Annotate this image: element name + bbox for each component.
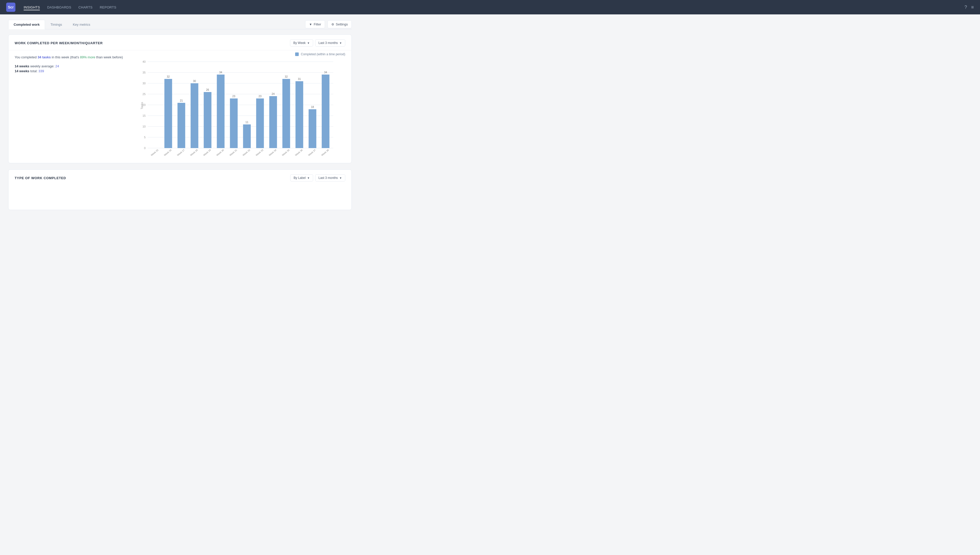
weeks-count-2: 14 weeks (14, 69, 29, 73)
card2-header: TYPE OF WORK COMPLETED By Label ▼ Last 3… (8, 170, 351, 185)
completion-stat-text: You completed 34 tasks in this week (tha… (14, 55, 123, 60)
svg-text:26: 26 (206, 88, 209, 91)
svg-text:34: 34 (219, 71, 222, 74)
navbar-right: ? ≡ (964, 5, 974, 10)
card2-body (8, 185, 351, 210)
last-3-months-dropdown[interactable]: Last 3 months ▼ (315, 39, 345, 47)
tasks-count: 34 tasks (37, 55, 51, 59)
bar-week35 (282, 79, 290, 148)
nav-charts[interactable]: CHARTS (79, 4, 93, 10)
bar-week33 (256, 98, 264, 148)
svg-text:Week 37: Week 37 (308, 149, 316, 156)
nav-insights[interactable]: INSIGHTS (24, 4, 40, 10)
svg-text:31: 31 (298, 78, 301, 80)
nav-reports[interactable]: REPORTS (100, 4, 116, 10)
last-3-months-label-2: Last 3 months (319, 176, 338, 180)
by-label-dropdown[interactable]: By Label ▼ (290, 174, 313, 181)
total-label: total: (30, 69, 38, 73)
total-value: 339 (38, 69, 44, 73)
bar-week36 (296, 81, 303, 148)
chart-stats: You completed 34 tasks in this week (tha… (14, 53, 123, 74)
last-3-months-label: Last 3 months (319, 41, 338, 45)
weekly-avg-row: 14 weeks weekly average: 24 (14, 64, 123, 68)
svg-text:15: 15 (143, 114, 146, 117)
settings-button[interactable]: ⚙ Settings (327, 20, 352, 28)
filter-button[interactable]: ▼ Filter (305, 20, 325, 28)
card1-body: You completed 34 tasks in this week (tha… (8, 50, 351, 163)
bar-week30 (217, 75, 225, 148)
work-completed-card: WORK COMPLETED PER WEEK/MONTH/QUARTER By… (8, 34, 352, 163)
svg-text:24: 24 (272, 93, 275, 95)
card2-controls: By Label ▼ Last 3 months ▼ (290, 174, 345, 181)
by-week-dropdown[interactable]: By Week ▼ (290, 39, 313, 47)
svg-text:18: 18 (311, 106, 314, 109)
card2-title: TYPE OF WORK COMPLETED (14, 176, 66, 180)
percent-more: 89% more (80, 55, 95, 59)
svg-text:23: 23 (233, 95, 236, 98)
svg-text:10: 10 (143, 125, 146, 128)
svg-text:Week 38: Week 38 (321, 149, 330, 156)
menu-icon[interactable]: ≡ (971, 5, 974, 10)
weeks-count-1: 14 weeks (14, 64, 29, 68)
total-row: 14 weeks total: 339 (14, 69, 123, 73)
settings-icon: ⚙ (331, 22, 334, 26)
help-icon[interactable]: ? (964, 5, 967, 10)
svg-text:Week 36: Week 36 (295, 149, 303, 156)
bar-week26 (165, 79, 172, 148)
by-week-label: By Week (294, 41, 306, 45)
bar-week27 (178, 103, 185, 148)
bar-chart-area: Completed (within a time period) 40 35 3… (131, 53, 345, 157)
svg-text:34: 34 (324, 71, 327, 74)
svg-text:30: 30 (143, 82, 146, 85)
svg-text:Week 26: Week 26 (164, 149, 172, 156)
svg-text:21: 21 (180, 99, 183, 102)
svg-text:23: 23 (258, 95, 262, 98)
svg-text:35: 35 (143, 71, 146, 74)
legend-color-dot (295, 53, 299, 56)
chevron-down-icon-2: ▼ (339, 42, 342, 45)
tab-key-metrics[interactable]: Key metrics (67, 20, 96, 29)
bar-week29 (204, 92, 212, 148)
svg-text:Week 27: Week 27 (176, 149, 185, 156)
bar-week28 (191, 83, 199, 148)
nav-dashboards[interactable]: DASHBOARDS (47, 4, 71, 10)
svg-text:Week 30: Week 30 (216, 149, 225, 156)
tab-actions: ▼ Filter ⚙ Settings (305, 20, 352, 28)
bar-week37 (309, 109, 316, 148)
card1-controls: By Week ▼ Last 3 months ▼ (290, 39, 345, 47)
tab-completed-work[interactable]: Completed work (8, 20, 45, 29)
tab-timings[interactable]: Timings (45, 20, 67, 29)
svg-text:Tasks: Tasks (141, 102, 144, 109)
svg-text:11: 11 (245, 121, 249, 124)
weekly-avg-label: weekly average: (30, 64, 56, 68)
weekly-avg-value: 24 (55, 64, 59, 68)
bar-chart-svg: 40 35 30 25 20 15 10 (131, 58, 345, 156)
filter-label: Filter (314, 22, 321, 26)
filter-icon: ▼ (309, 22, 312, 26)
chart-legend: Completed (within a time period) (131, 53, 345, 56)
chevron-down-icon: ▼ (307, 42, 310, 45)
legend-label: Completed (within a time period) (301, 53, 345, 56)
bar-week38 (322, 75, 330, 148)
card1-title: WORK COMPLETED PER WEEK/MONTH/QUARTER (14, 41, 103, 45)
chevron-down-icon-3: ▼ (307, 176, 310, 180)
svg-text:Week 32: Week 32 (242, 149, 251, 156)
svg-text:32: 32 (167, 75, 170, 78)
svg-text:25: 25 (143, 93, 146, 96)
bar-week32 (243, 124, 251, 148)
card1-content: You completed 34 tasks in this week (tha… (14, 53, 345, 157)
by-label-label: By Label (294, 176, 306, 180)
navbar: Scr INSIGHTS DASHBOARDS CHARTS REPORTS ?… (0, 0, 980, 14)
app-logo: Scr (6, 3, 15, 12)
bar-week34 (269, 96, 277, 148)
svg-text:Week 25: Week 25 (151, 149, 159, 156)
svg-text:5: 5 (144, 136, 146, 139)
svg-text:Week 33: Week 33 (255, 149, 264, 156)
svg-text:40: 40 (143, 60, 146, 63)
svg-text:Week 34: Week 34 (268, 149, 277, 156)
chevron-down-icon-4: ▼ (339, 176, 342, 180)
last-3-months-dropdown-2[interactable]: Last 3 months ▼ (315, 174, 345, 181)
card1-header: WORK COMPLETED PER WEEK/MONTH/QUARTER By… (8, 35, 351, 50)
svg-text:Week 29: Week 29 (203, 149, 212, 156)
type-of-work-card: TYPE OF WORK COMPLETED By Label ▼ Last 3… (8, 169, 352, 210)
